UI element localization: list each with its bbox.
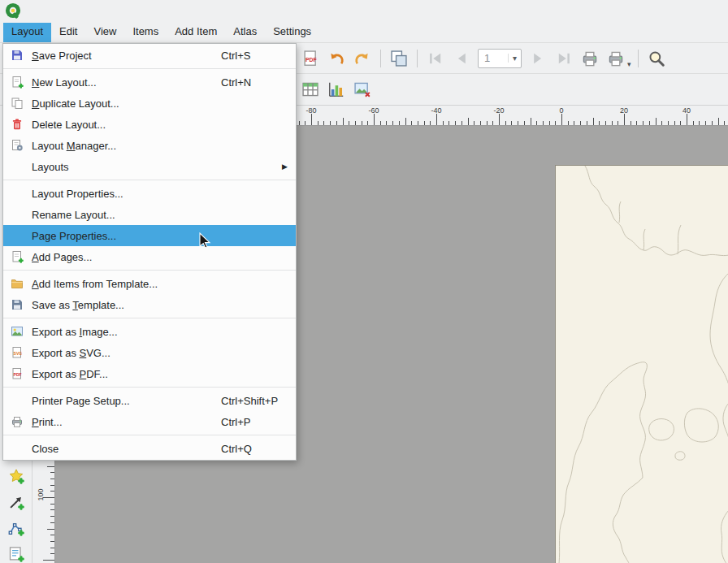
- hruler-tick: [580, 121, 581, 125]
- export-image-icon: [11, 325, 24, 338]
- atlas-page-combo[interactable]: 1▾: [478, 49, 522, 68]
- add-image-icon: [353, 80, 371, 98]
- menubar-item-settings[interactable]: Settings: [265, 23, 319, 42]
- hruler-tick: [499, 114, 500, 125]
- atlas-previous-feature-button[interactable]: [449, 46, 474, 71]
- layout-page: [555, 165, 728, 563]
- menu-item-label: Delete Layout...: [32, 119, 106, 131]
- hruler-label: -20: [493, 106, 504, 115]
- hruler-tick: [392, 121, 393, 125]
- add-pages-icon: [11, 250, 24, 263]
- coastline-path: [684, 409, 718, 442]
- menu-item-page-properties[interactable]: Page Properties...: [3, 225, 296, 246]
- menu-item-export-as-svg[interactable]: SVGExport as SVG...: [3, 342, 296, 363]
- delete-layout-icon: [11, 118, 24, 131]
- save-template-icon: [11, 298, 24, 311]
- add-pages-icon-slot: [10, 249, 24, 264]
- add-node-item-icon: [8, 520, 24, 536]
- hruler-tick: [618, 121, 618, 125]
- redo-icon: [353, 50, 371, 67]
- menu-item-save-project[interactable]: Save ProjectCtrl+S: [3, 45, 296, 66]
- menu-separator: [3, 318, 296, 318]
- menubar-item-layout[interactable]: Layout: [3, 23, 51, 42]
- coastline-path: [723, 403, 728, 440]
- menu-item-save-as-template[interactable]: Save as Template...: [3, 294, 296, 315]
- hruler-tick: [649, 121, 650, 125]
- layout-manager-icon: [11, 139, 24, 152]
- qgis-logo-icon: [4, 2, 22, 19]
- menubar-item-view[interactable]: View: [85, 23, 124, 42]
- zoom-tool-button[interactable]: [644, 46, 669, 71]
- add-shape-icon: [8, 468, 24, 484]
- menu-item-close[interactable]: CloseCtrl+Q: [3, 438, 296, 459]
- vruler-tick: [50, 479, 54, 479]
- menu-icon-slot: [10, 159, 24, 174]
- coastline-path: [649, 419, 674, 441]
- vruler-tick: [50, 522, 54, 523]
- hruler-tick: [305, 121, 306, 125]
- menubar-item-items[interactable]: Items: [124, 23, 167, 42]
- menu-item-shortcut: Ctrl+N: [221, 76, 251, 89]
- hruler-tick: [699, 121, 700, 125]
- menu-item-label: Export as Image...: [32, 326, 118, 338]
- redo-button[interactable]: [350, 46, 375, 71]
- atlas-next-feature-button[interactable]: [526, 46, 550, 71]
- print-atlas-button[interactable]: [578, 46, 602, 71]
- hruler-tick: [492, 121, 493, 125]
- add-attribute-table-button[interactable]: [298, 77, 323, 102]
- preview-atlas-icon: [390, 50, 408, 67]
- menu-item-layouts[interactable]: Layouts▶: [3, 156, 296, 177]
- hruler-tick: [367, 121, 368, 125]
- mouse-cursor: [197, 232, 215, 250]
- menu-icon-slot: [10, 228, 24, 243]
- menu-item-label: Add Items from Template...: [32, 278, 158, 290]
- hruler-tick: [343, 118, 344, 125]
- export-image-icon-slot: [10, 324, 24, 339]
- add-shape-button[interactable]: [6, 466, 27, 487]
- add-html-button[interactable]: [6, 544, 27, 563]
- menu-item-add-pages[interactable]: Add Pages...: [3, 246, 296, 267]
- menu-item-layout-manager[interactable]: Layout Manager...: [3, 135, 296, 156]
- hruler-tick: [424, 121, 425, 125]
- menubar-item-add-item[interactable]: Add Item: [167, 23, 225, 42]
- menu-item-export-as-image[interactable]: Export as Image...: [3, 321, 296, 342]
- menu-item-label: Add Pages...: [32, 251, 92, 263]
- coastline-path: [675, 452, 685, 461]
- toolbar-dropdown-caret-icon[interactable]: ▾: [627, 60, 631, 73]
- hruler-tick: [299, 121, 300, 125]
- menu-item-export-as-pdf[interactable]: PDFExport as PDF...: [3, 363, 296, 384]
- atlas-first-feature-button[interactable]: [423, 46, 448, 71]
- combo-dropdown-icon[interactable]: ▾: [508, 54, 521, 63]
- menu-item-add-items-from-template[interactable]: Add Items from Template...: [3, 273, 296, 294]
- export-svg-icon-slot: SVG: [10, 345, 24, 360]
- menu-item-printer-page-setup[interactable]: Printer Page Setup...Ctrl+Shift+P: [3, 390, 296, 411]
- vruler-tick: [43, 497, 54, 498]
- menu-item-print[interactable]: Print...Ctrl+P: [3, 411, 296, 432]
- menu-separator: [3, 270, 296, 271]
- menu-item-duplicate-layout[interactable]: Duplicate Layout...: [3, 93, 296, 114]
- export-atlas-button[interactable]: [604, 46, 628, 71]
- menubar-item-edit[interactable]: Edit: [51, 23, 85, 42]
- menu-item-delete-layout[interactable]: Delete Layout...: [3, 114, 296, 135]
- hruler-tick: [430, 121, 431, 125]
- add-chart-button[interactable]: [324, 77, 349, 102]
- add-arrow-button[interactable]: [6, 492, 27, 513]
- layout-menu-dropdown: Save ProjectCtrl+SNew Layout...Ctrl+NDup…: [2, 43, 297, 461]
- menu-item-layout-properties[interactable]: Layout Properties...: [3, 183, 296, 204]
- hruler-tick: [399, 121, 400, 125]
- preview-atlas-button[interactable]: [387, 46, 411, 71]
- vruler-tick: [50, 504, 54, 505]
- export-as-pdf-button[interactable]: PDF: [298, 46, 323, 71]
- menu-item-rename-layout[interactable]: Rename Layout...: [3, 204, 296, 225]
- menubar-item-atlas[interactable]: Atlas: [225, 23, 265, 42]
- atlas-last-feature-button[interactable]: [552, 46, 576, 71]
- save-icon-slot: [10, 48, 24, 63]
- export-pdf-icon: PDF: [11, 367, 24, 380]
- vruler-tick: [50, 472, 54, 473]
- add-picture-button[interactable]: [350, 77, 375, 102]
- menu-item-new-layout[interactable]: New Layout...Ctrl+N: [3, 71, 296, 93]
- menubar: LayoutEditViewItemsAdd ItemAtlasSettings: [0, 23, 728, 42]
- undo-button[interactable]: [324, 46, 349, 71]
- new-layout-icon: [11, 76, 24, 89]
- add-node-item-button[interactable]: [6, 518, 27, 539]
